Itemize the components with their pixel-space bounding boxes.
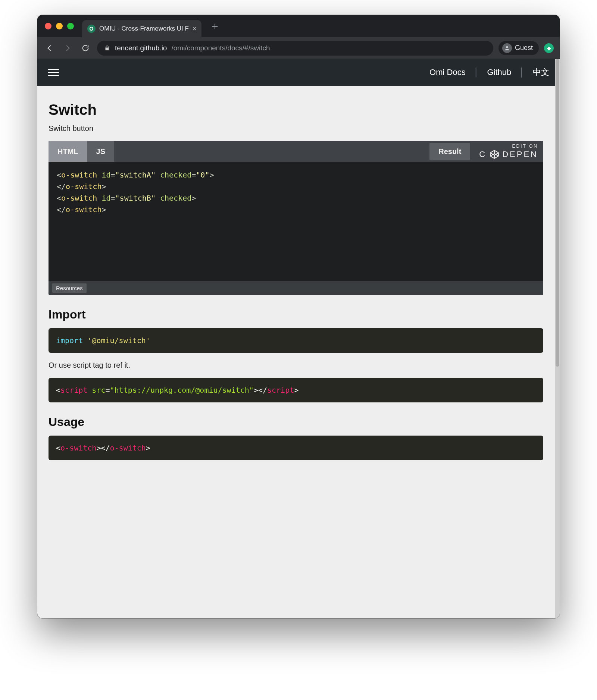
lock-icon [104, 45, 110, 51]
url-path: /omi/components/docs/#/switch [171, 44, 270, 52]
svg-point-0 [506, 46, 508, 48]
forward-button[interactable] [61, 42, 74, 54]
window-zoom-icon[interactable] [67, 23, 74, 29]
extension-icon[interactable]: ◆ [544, 43, 554, 53]
doc-content: Switch Switch button HTML JS Result EDIT… [37, 86, 554, 483]
window-minimize-icon[interactable] [56, 23, 63, 29]
page-subtitle: Switch button [49, 124, 543, 133]
scrollbar[interactable] [555, 59, 560, 618]
import-note: Or use script tag to ref it. [49, 361, 543, 370]
profile-chip[interactable]: Guest [498, 41, 539, 55]
edit-on-label: EDIT ON [512, 144, 538, 149]
scrollbar-thumb[interactable] [556, 59, 559, 367]
codepen-link[interactable]: EDIT ON C DEPEN [470, 144, 538, 159]
codepen-logo: C DEPEN [479, 150, 538, 159]
code-script-tag: <script src="https://unpkg.com/@omiu/swi… [49, 378, 543, 402]
profile-label: Guest [515, 44, 533, 52]
nav-link-docs[interactable]: Omi Docs [429, 68, 466, 77]
codepen-code: <o-switch id="switchA" checked="0"> </o-… [49, 162, 543, 281]
back-button[interactable] [43, 42, 56, 54]
divider-icon: │ [474, 68, 479, 77]
nav-link-lang[interactable]: 中文 [533, 67, 549, 78]
browser-tab[interactable]: O OMIU - Cross-Frameworks UI F × [82, 20, 201, 37]
app-header: Omi Docs │ Github │ 中文 [37, 59, 560, 86]
section-heading-usage: Usage [49, 415, 543, 429]
address-bar[interactable]: tencent.github.io/omi/components/docs/#/… [97, 41, 493, 56]
nav-link-github[interactable]: Github [487, 68, 511, 77]
divider-icon: │ [519, 68, 525, 77]
browser-window: O OMIU - Cross-Frameworks UI F × ＋ tence… [37, 15, 560, 618]
favicon-icon: O [87, 25, 96, 33]
reload-button[interactable] [79, 42, 92, 54]
codepen-embed: HTML JS Result EDIT ON C DEPEN <o- [49, 141, 543, 295]
page-title: Switch [49, 101, 543, 118]
section-heading-import: Import [49, 308, 543, 321]
menu-button[interactable] [48, 69, 59, 76]
resources-button[interactable]: Resources [52, 283, 87, 293]
codepen-footer: Resources [49, 281, 543, 295]
tab-html[interactable]: HTML [49, 141, 87, 162]
tab-js[interactable]: JS [87, 141, 114, 162]
tab-strip: O OMIU - Cross-Frameworks UI F × ＋ [37, 15, 560, 37]
traffic-lights [43, 23, 78, 29]
page-viewport: Omi Docs │ Github │ 中文 Switch Switch but… [37, 59, 560, 618]
tab-close-icon[interactable]: × [193, 25, 197, 33]
url-host: tencent.github.io [115, 44, 167, 52]
avatar-icon [502, 43, 512, 53]
codepen-icon [490, 150, 499, 159]
code-import: import '@omiu/switch' [49, 328, 543, 353]
toolbar: tencent.github.io/omi/components/docs/#/… [37, 37, 560, 59]
tab-title: OMIU - Cross-Frameworks UI F [99, 25, 189, 32]
window-close-icon[interactable] [45, 23, 51, 29]
tab-result[interactable]: Result [429, 143, 470, 160]
code-usage: <o-switch></o-switch> [49, 436, 543, 460]
codepen-tabs: HTML JS Result EDIT ON C DEPEN [49, 141, 543, 162]
app-nav: Omi Docs │ Github │ 中文 [429, 67, 549, 78]
new-tab-button[interactable]: ＋ [206, 21, 224, 31]
